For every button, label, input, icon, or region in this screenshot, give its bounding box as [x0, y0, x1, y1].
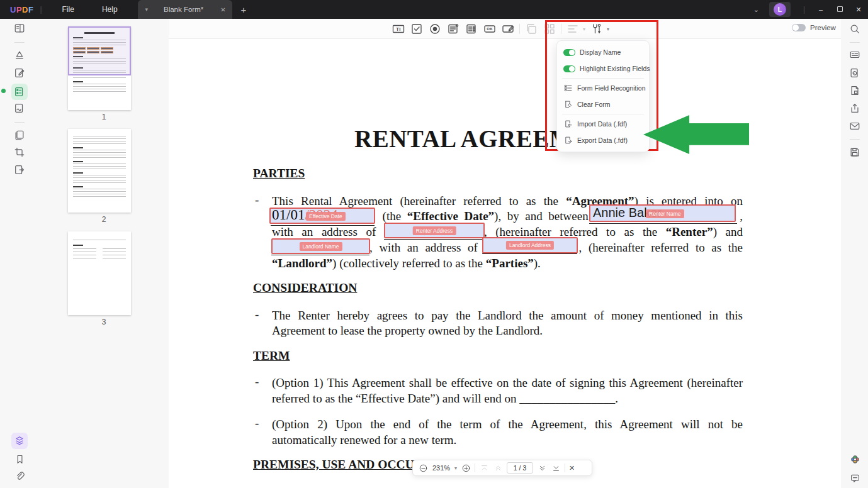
account-button[interactable]: L: [769, 2, 791, 17]
ocr-icon[interactable]: [848, 48, 862, 62]
blank-line: [482, 253, 577, 254]
first-page-button: [479, 463, 489, 473]
parties-heading: PARTIES: [253, 167, 305, 180]
right-sidebar: [841, 19, 868, 488]
bookmark-icon[interactable]: [13, 452, 26, 466]
page-thumbnail[interactable]: [68, 26, 131, 110]
next-page-button[interactable]: [537, 463, 547, 473]
menu-item-display-name[interactable]: Display Name: [557, 44, 649, 60]
bullet: -: [255, 416, 259, 430]
edit-pdf-icon[interactable]: [13, 66, 26, 80]
toggle-on-icon[interactable]: [563, 65, 575, 72]
annotate-icon[interactable]: [13, 48, 26, 62]
save-icon[interactable]: [848, 145, 862, 159]
text-field-tool[interactable]: TI: [392, 22, 405, 36]
term-heading: TERM: [253, 349, 290, 363]
sign-icon[interactable]: [13, 101, 26, 115]
premises-partial-line: The premises that are to be rented by th…: [272, 484, 743, 488]
titlebar-chevron-icon[interactable]: ⌄: [753, 6, 759, 14]
tab-close-icon[interactable]: ✕: [220, 6, 225, 13]
menu-item-import-data[interactable]: Import Data (.fdf): [557, 116, 649, 132]
term-option1-line-1: (Option 1) This Agreement shall be effec…: [272, 375, 743, 391]
list-box-tool[interactable]: [446, 22, 460, 36]
export-pdf-icon[interactable]: [13, 163, 26, 177]
consideration-heading: CONSIDERATION: [253, 281, 357, 295]
form-options-menu: Display Name Highlight Existing Fields F…: [556, 40, 650, 152]
blank-line: [271, 255, 369, 255]
blank-line: [384, 239, 484, 240]
divider: [565, 463, 565, 472]
compress-pdf-icon[interactable]: [848, 66, 862, 80]
effective-date-field[interactable]: 01/01/2024 Effective Date: [269, 208, 375, 224]
field-name-badge: Renter Address: [413, 226, 456, 235]
bullet: -: [255, 375, 259, 389]
reader-mode-icon[interactable]: [13, 21, 26, 35]
last-page-button[interactable]: [551, 463, 561, 473]
signature-field-tool[interactable]: [501, 22, 515, 36]
viewport-indicator[interactable]: [68, 26, 131, 75]
zoom-caret-icon[interactable]: ▾: [454, 465, 457, 471]
menu-help[interactable]: Help: [88, 0, 132, 19]
blank-line: [589, 223, 737, 224]
close-toolbar-icon[interactable]: ✕: [569, 464, 575, 472]
menu-item-highlight-existing-fields[interactable]: Highlight Existing Fields: [557, 60, 649, 77]
menu-item-form-field-recognition[interactable]: Form Field Recognition: [557, 80, 649, 96]
checkbox-tool[interactable]: [410, 22, 424, 36]
page-number-label: 3: [39, 318, 169, 326]
duplicate-field-tool: [524, 22, 538, 36]
search-icon[interactable]: [848, 22, 862, 36]
maximize-icon: [837, 6, 843, 12]
maximize-button[interactable]: [830, 6, 849, 13]
share-icon[interactable]: [848, 101, 862, 115]
preview-label: Preview: [810, 24, 836, 31]
ai-chat-icon[interactable]: [848, 452, 862, 466]
close-window-button[interactable]: ✕: [849, 6, 868, 14]
active-tool-indicator: [1, 89, 6, 93]
new-tab-button[interactable]: +: [241, 4, 247, 15]
preview-toggle-group[interactable]: Preview: [792, 24, 836, 31]
toolbar-divider: [519, 24, 520, 34]
attachment-icon[interactable]: [13, 469, 26, 483]
bullet: -: [255, 193, 259, 207]
feedback-icon[interactable]: [848, 471, 862, 485]
field-name-badge: Renter Name: [646, 209, 684, 218]
save-as-other-icon[interactable]: [848, 84, 862, 97]
titlebar-divider: |: [803, 5, 805, 14]
prepare-form-icon[interactable]: [11, 84, 28, 100]
renter-address-field[interactable]: Renter Address: [384, 223, 485, 238]
document-page[interactable]: RENTAL AGREEMENT PARTIES - This Rental A…: [169, 39, 841, 488]
field-name-badge: Effective Date: [306, 212, 346, 221]
document-tab[interactable]: ▾ Blank Form* ✕: [138, 0, 232, 19]
zoom-level[interactable]: 231%: [432, 464, 451, 472]
renter-name-field[interactable]: Annie Baker Renter Name: [589, 204, 736, 222]
menu-file[interactable]: File: [48, 0, 88, 19]
field-name-badge: Landlord Name: [299, 242, 342, 251]
menu-divider: [562, 78, 644, 79]
combo-box-tool[interactable]: [465, 22, 478, 36]
organize-pages-icon[interactable]: [13, 128, 26, 142]
tab-caret-icon[interactable]: ▾: [145, 6, 149, 13]
menu-item-clear-form[interactable]: Clear Form: [557, 96, 649, 113]
divider: [850, 42, 860, 43]
landlord-address-field[interactable]: Landlord Address: [482, 237, 578, 253]
preview-toggle[interactable]: [792, 24, 806, 31]
radio-button-tool[interactable]: [428, 22, 442, 36]
page-indicator[interactable]: 1 / 3: [507, 462, 533, 474]
ai-assistant-icon[interactable]: [11, 433, 28, 449]
landlord-name-field[interactable]: Landlord Name: [271, 238, 370, 254]
toggle-on-icon[interactable]: [563, 49, 575, 56]
avatar[interactable]: L: [774, 3, 786, 16]
form-recognition-icon: [563, 84, 573, 93]
clear-form-icon: [563, 100, 573, 109]
blank-line: [271, 225, 375, 226]
menu-item-export-data[interactable]: Export Data (.fdf): [557, 132, 649, 148]
minimize-button[interactable]: –: [811, 6, 830, 13]
form-toolbar: TI OK ▾ ▾ Preview: [169, 19, 841, 39]
push-button-tool[interactable]: OK: [483, 22, 497, 36]
email-icon[interactable]: [848, 119, 862, 133]
page-thumbnail[interactable]: [68, 231, 131, 315]
zoom-out-button[interactable]: [418, 463, 428, 473]
page-thumbnail[interactable]: [68, 129, 131, 213]
crop-icon[interactable]: [13, 145, 26, 159]
zoom-in-button[interactable]: [461, 463, 471, 473]
